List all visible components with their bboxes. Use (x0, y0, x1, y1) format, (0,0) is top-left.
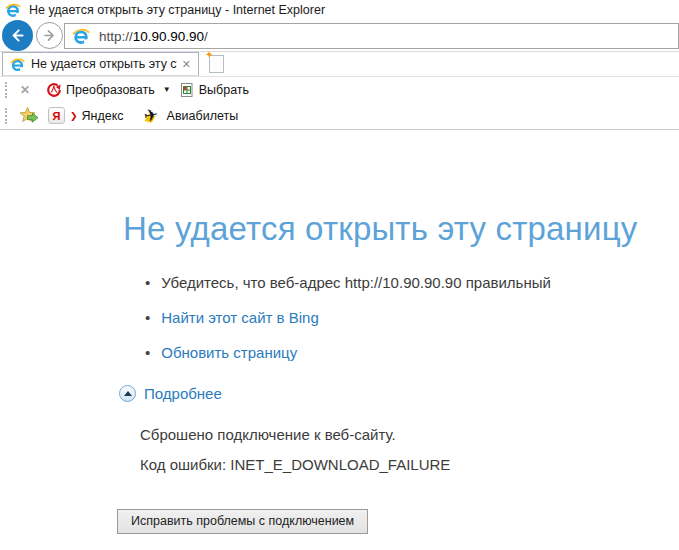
refresh-page-link[interactable]: Обновить страницу (161, 343, 297, 363)
convert-to-pdf-button[interactable]: Преобразовать (46, 82, 155, 98)
forward-arrow-icon (41, 27, 58, 44)
favorite-avia[interactable]: ✈ Авиабилеты (144, 106, 239, 125)
adobe-convert-icon (46, 82, 62, 98)
details-toggle[interactable]: Подробнее (119, 385, 679, 402)
error-code-text: Код ошибки: INET_E_DOWNLOAD_FAILURE (140, 456, 679, 473)
error-page: Не удается открыть эту страницу • Убедит… (0, 210, 679, 534)
toolbar-grip-handle[interactable] (5, 82, 7, 98)
back-arrow-icon (8, 26, 27, 45)
convert-label: Преобразовать (66, 83, 155, 97)
tab-ie-icon (10, 57, 25, 72)
add-favorite-star-icon[interactable] (19, 106, 40, 125)
details-toggle-label[interactable]: Подробнее (144, 385, 222, 402)
url-scheme: http:// (99, 29, 133, 44)
favorites-grip-handle[interactable] (5, 108, 7, 124)
ie-logo-icon (5, 2, 21, 18)
tab-bar: Не удается открыть эту ст... ✕ ✦ (0, 52, 679, 77)
url-path: / (204, 29, 208, 44)
bullet-dot: • (145, 343, 150, 363)
command-bar: ✕ Преобразовать ▼ Выбрать (0, 77, 679, 102)
check-address-text: Убедитесь, что веб-адрес http://10.90.90… (161, 273, 551, 293)
favorite-yandex[interactable]: Я ❯ Яндекс (48, 107, 124, 124)
error-suggestions-list: • Убедитесь, что веб-адрес http://10.90.… (119, 273, 679, 363)
tab-label: Не удается открыть эту ст... (31, 57, 177, 71)
url-text: http://10.90.90.90/ (99, 29, 208, 44)
new-tab-button[interactable]: ✦ (209, 55, 224, 73)
url-host: 10.90.90.90 (133, 29, 204, 44)
search-bing-link[interactable]: Найти этот сайт в Bing (161, 308, 318, 328)
list-item: • Обновить страницу (145, 343, 679, 363)
select-grid-icon (179, 82, 195, 98)
yandex-label: Яндекс (82, 109, 124, 123)
yandex-letter: Я (53, 110, 61, 122)
toolbar-close-icon[interactable]: ✕ (20, 83, 30, 97)
back-button[interactable] (2, 20, 33, 51)
fix-connection-button[interactable]: Исправить проблемы с подключением (117, 509, 368, 534)
list-item: • Убедитесь, что веб-адрес http://10.90.… (145, 273, 679, 293)
window-title: Не удается открыть эту страницу - Intern… (29, 3, 325, 17)
tab-error-page[interactable]: Не удается открыть эту ст... ✕ (2, 52, 199, 76)
bullet-dot: • (145, 273, 150, 293)
tab-close-icon[interactable]: ✕ (182, 58, 191, 71)
yandex-chevron-icon: ❯ (70, 111, 78, 121)
select-label: Выбрать (199, 83, 249, 97)
convert-dropdown-icon[interactable]: ▼ (163, 85, 171, 94)
bullet-dot: • (145, 308, 150, 328)
error-heading: Не удается открыть эту страницу (123, 210, 679, 248)
yandex-icon: Я (48, 107, 65, 124)
title-bar[interactable]: Не удается открыть эту страницу - Intern… (0, 0, 679, 20)
navigation-bar: http://10.90.90.90/ (0, 20, 679, 52)
collapse-details-icon (119, 385, 136, 402)
avia-label: Авиабилеты (167, 109, 239, 123)
detail-message: Сброшено подключение к веб-сайту. (140, 426, 679, 443)
list-item: • Найти этот сайт в Bing (145, 308, 679, 328)
address-bar[interactable]: http://10.90.90.90/ (64, 23, 679, 49)
new-tab-sparkle-icon: ✦ (205, 50, 213, 60)
select-button[interactable]: Выбрать (179, 82, 249, 98)
airplane-icon: ✈ (144, 106, 163, 125)
forward-button[interactable] (36, 22, 63, 49)
favorites-bar: Я ❯ Яндекс ✈ Авиабилеты (0, 102, 679, 130)
ie-page-icon (72, 27, 90, 45)
